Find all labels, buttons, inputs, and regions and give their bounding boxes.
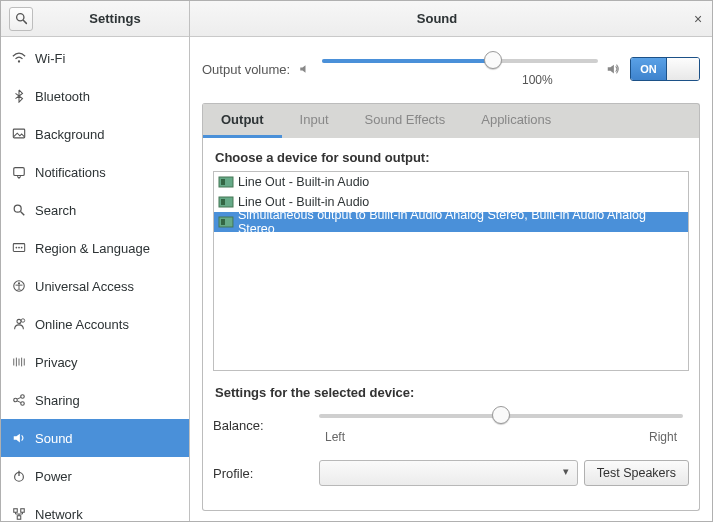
svg-point-8 xyxy=(16,247,18,249)
svg-rect-31 xyxy=(221,179,225,185)
balance-row: Balance: Left Right xyxy=(213,406,689,444)
svg-point-14 xyxy=(21,319,25,323)
device-label: Line Out - Built-in Audio xyxy=(238,195,369,209)
sidebar-item-label: Bluetooth xyxy=(35,89,90,104)
sidebar-item-bluetooth[interactable]: Bluetooth xyxy=(1,77,189,115)
sidebar-item-search[interactable]: Search xyxy=(1,191,189,229)
content-pane: Sound × Output volume: 100% ON xyxy=(190,1,712,521)
balance-left-label: Left xyxy=(325,430,345,444)
tab-applications[interactable]: Applications xyxy=(463,104,569,138)
sidebar-item-sharing[interactable]: Sharing xyxy=(1,381,189,419)
sidebar-item-label: Online Accounts xyxy=(35,317,129,332)
universal-access-icon xyxy=(11,278,27,294)
output-volume-label: Output volume: xyxy=(202,62,290,77)
toggle-on-label: ON xyxy=(631,58,667,80)
page-title: Sound xyxy=(190,11,684,26)
output-volume-row: Output volume: 100% ON xyxy=(202,51,700,87)
svg-rect-4 xyxy=(14,168,25,176)
search-icon xyxy=(15,12,28,25)
svg-point-22 xyxy=(21,402,25,406)
sidebar-item-notifications[interactable]: Notifications xyxy=(1,153,189,191)
volume-low-icon xyxy=(298,63,314,75)
bluetooth-icon xyxy=(11,88,27,104)
output-tab-body: Choose a device for sound output: Line O… xyxy=(202,138,700,511)
sidebar-item-label: Wi-Fi xyxy=(35,51,65,66)
balance-slider[interactable] xyxy=(319,406,683,426)
svg-point-21 xyxy=(21,395,25,399)
sidebar-item-wifi[interactable]: Wi-Fi xyxy=(1,39,189,77)
tab-sound-effects[interactable]: Sound Effects xyxy=(347,104,464,138)
sidebar-item-label: Network xyxy=(35,507,83,522)
sidebar-item-label: Privacy xyxy=(35,355,78,370)
sidebar-item-region[interactable]: Region & Language xyxy=(1,229,189,267)
power-icon xyxy=(11,468,27,484)
search-icon xyxy=(11,202,27,218)
sidebar-item-label: Region & Language xyxy=(35,241,150,256)
svg-point-13 xyxy=(17,319,21,323)
sidebar-item-online-accounts[interactable]: Online Accounts xyxy=(1,305,189,343)
sidebar-item-power[interactable]: Power xyxy=(1,457,189,495)
sidebar-item-privacy[interactable]: Privacy xyxy=(1,343,189,381)
svg-rect-28 xyxy=(21,509,25,513)
device-settings-label: Settings for the selected device: xyxy=(215,385,689,400)
balance-right-label: Right xyxy=(649,430,677,444)
sidebar-item-network[interactable]: Network xyxy=(1,495,189,521)
profile-row: Profile: Test Speakers xyxy=(213,460,689,486)
sidebar-item-label: Sharing xyxy=(35,393,80,408)
sidebar-item-universal-access[interactable]: Universal Access xyxy=(1,267,189,305)
online-accounts-icon xyxy=(11,316,27,332)
sidebar: Settings Wi-Fi Bluetooth Background Noti… xyxy=(1,1,190,521)
volume-high-icon xyxy=(606,62,622,76)
sidebar-item-label: Search xyxy=(35,203,76,218)
tab-input[interactable]: Input xyxy=(282,104,347,138)
sidebar-item-sound[interactable]: Sound xyxy=(1,419,189,457)
output-device-list[interactable]: Line Out - Built-in Audio Line Out - Bui… xyxy=(213,171,689,371)
sidebar-item-label: Universal Access xyxy=(35,279,134,294)
sidebar-item-label: Background xyxy=(35,127,104,142)
device-label: Line Out - Built-in Audio xyxy=(238,175,369,189)
svg-point-9 xyxy=(18,247,20,249)
notifications-icon xyxy=(11,164,27,180)
close-button[interactable]: × xyxy=(684,1,712,37)
test-speakers-button[interactable]: Test Speakers xyxy=(584,460,689,486)
device-item[interactable]: Line Out - Built-in Audio xyxy=(214,172,688,192)
svg-line-24 xyxy=(17,401,21,403)
region-icon xyxy=(11,240,27,256)
svg-rect-27 xyxy=(14,509,18,513)
sound-pane: Output volume: 100% ON Output xyxy=(190,37,712,521)
svg-rect-3 xyxy=(13,129,24,138)
device-item[interactable]: Simultaneous output to Built-in Audio An… xyxy=(214,212,688,232)
device-label: Simultaneous output to Built-in Audio An… xyxy=(238,208,684,236)
sidebar-title: Settings xyxy=(41,11,189,26)
search-button[interactable] xyxy=(9,7,33,31)
choose-device-label: Choose a device for sound output: xyxy=(215,150,689,165)
output-mute-toggle[interactable]: ON xyxy=(630,57,700,81)
svg-line-1 xyxy=(23,21,26,24)
sidebar-item-label: Power xyxy=(35,469,72,484)
svg-rect-33 xyxy=(221,199,225,205)
sidebar-item-label: Sound xyxy=(35,431,73,446)
background-icon xyxy=(11,126,27,142)
privacy-icon xyxy=(11,354,27,370)
wifi-icon xyxy=(11,50,27,66)
profile-label: Profile: xyxy=(213,466,313,481)
svg-rect-35 xyxy=(221,219,225,225)
profile-combo[interactable] xyxy=(319,460,578,486)
sound-icon xyxy=(11,430,27,446)
settings-window: Settings Wi-Fi Bluetooth Background Noti… xyxy=(0,0,713,522)
svg-point-20 xyxy=(14,398,18,402)
svg-rect-29 xyxy=(17,516,21,520)
sidebar-titlebar: Settings xyxy=(1,1,189,37)
close-icon: × xyxy=(694,11,702,27)
svg-point-0 xyxy=(16,14,23,21)
volume-percent-label: 100% xyxy=(477,73,598,87)
balance-label: Balance: xyxy=(213,418,313,433)
output-volume-slider[interactable] xyxy=(322,51,598,71)
sidebar-list[interactable]: Wi-Fi Bluetooth Background Notifications… xyxy=(1,37,189,521)
soundcard-icon xyxy=(218,194,234,210)
tab-output[interactable]: Output xyxy=(203,104,282,138)
svg-line-6 xyxy=(21,212,25,216)
sidebar-item-background[interactable]: Background xyxy=(1,115,189,153)
soundcard-icon xyxy=(218,214,234,230)
soundcard-icon xyxy=(218,174,234,190)
